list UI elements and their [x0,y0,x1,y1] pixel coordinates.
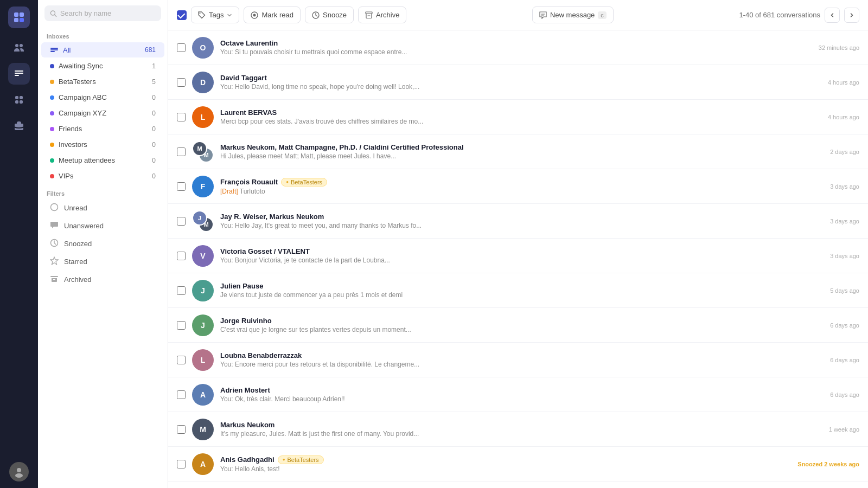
archive-icon [365,11,373,19]
filter-unanswered[interactable]: Unanswered [41,217,164,234]
select-all-checkbox[interactable] [177,10,187,20]
toolbar: Tags Mark read Snooze [168,0,868,30]
filter-archived[interactable]: Archived [41,271,164,288]
conversation-row[interactable]: D David Taggart You: Hello David, long t… [168,65,868,100]
row-checkbox[interactable] [177,425,186,434]
row-checkbox[interactable] [177,390,186,399]
tags-button[interactable]: Tags [191,7,239,23]
nav-table-icon[interactable] [8,89,30,111]
unread-icon [50,203,59,213]
sidebar-item-campaign-abc[interactable]: Campaign ABC 0 [41,90,164,105]
investors-label: Investors [59,140,148,149]
starred-icon [50,256,59,267]
conversation-row[interactable]: J Jorge Ruivinho C'est vrai que je lorgn… [168,308,868,343]
tags-icon [198,11,206,19]
sidebar-item-campaign-xyz[interactable]: Campaign XYZ 0 [41,106,164,120]
svg-line-7 [55,15,56,16]
pagination-text: 1-40 of 681 conversations [739,11,820,19]
conversation-row[interactable]: A Anis Gadhgadhi BetaTesters You: Hello … [168,447,868,481]
row-checkbox[interactable] [177,356,186,364]
conversation-body: David Taggart You: Hello David, long tim… [220,74,821,91]
contact-avatar: L [192,349,214,371]
conversation-row[interactable]: M M Markus Neukom, Matt Champagne, Ph.D.… [168,134,868,169]
nav-contacts-icon[interactable] [8,37,30,59]
contact-avatar: O [192,37,214,59]
conversation-row[interactable]: M Markus Neukom It's my pleasure, Jules.… [168,412,868,447]
vips-dot [50,174,54,178]
conversation-row[interactable]: J Julien Pause Je viens tout juste de co… [168,273,868,308]
sidebar-item-beta-testers[interactable]: BetaTesters 5 [41,74,164,89]
message-time: 3 days ago [830,253,859,259]
archive-button[interactable]: Archive [358,7,406,23]
conversation-body: François Rouault BetaTesters [Draft] Tur… [220,178,824,195]
app-logo[interactable] [8,7,30,28]
sidebar-item-friends[interactable]: Friends 0 [41,121,164,136]
unread-label: Unread [64,204,87,212]
conversation-row[interactable]: A Adrien Mostert You: Ok, très clair. Me… [168,377,868,412]
message-preview: [Draft] Turlutoto [220,188,824,195]
contact-avatar: J M [192,210,214,232]
beta-testers-tag: BetaTesters [281,178,327,187]
row-checkbox[interactable] [177,252,186,260]
sidebar-item-vips[interactable]: VIPs 0 [41,169,164,183]
filter-snoozed[interactable]: Snoozed [41,235,164,252]
campaign-abc-label: Campaign ABC [59,93,148,101]
new-message-button[interactable]: New message c [532,7,614,23]
conversation-row[interactable]: L Loubna Benabderrazzak You: Encore merc… [168,343,868,377]
mark-read-button[interactable]: Mark read [244,7,301,23]
search-input[interactable] [60,9,156,17]
conversation-body: Loubna Benabderrazzak You: Encore merci … [220,351,824,368]
message-time: 3 days ago [830,183,859,190]
mark-read-icon [251,11,258,19]
mark-read-label: Mark read [261,11,293,19]
awaiting-sync-dot [50,64,54,68]
conversation-row[interactable]: F François Rouault BetaTesters [Draft] T… [168,169,868,204]
message-time: 2 days ago [830,149,859,155]
user-avatar[interactable] [9,462,29,481]
svg-point-8 [51,204,58,211]
conversation-row[interactable]: O Octave Laurentin You: Si tu pouvais ch… [168,30,868,65]
row-checkbox[interactable] [177,217,186,226]
sidebar-item-meetup-attendees[interactable]: Meetup attendees 0 [41,153,164,168]
sidebar-item-investors[interactable]: Investors 0 [41,137,164,152]
starred-label: Starred [64,258,87,266]
prev-page-button[interactable] [825,8,840,23]
conversation-row[interactable]: J M Jay R. Weiser, Markus Neukom You: He… [168,204,868,239]
contact-avatar: L [192,106,214,128]
filter-unread[interactable]: Unread [41,200,164,216]
vips-count: 0 [152,172,156,180]
row-checkbox[interactable] [177,460,186,468]
contact-name: Laurent BERVAS [220,108,821,117]
nav-inbox-icon[interactable] [8,63,30,85]
row-checkbox[interactable] [177,43,186,52]
search-box[interactable] [44,5,161,21]
snooze-button[interactable]: Snooze [305,7,354,23]
contact-avatar: M M [192,141,214,163]
row-checkbox[interactable] [177,182,186,191]
sidebar: Inboxes All 681 Awaiting Sync 1 BetaTest… [38,0,168,488]
message-preview: Hi Jules, please meet Matt; Matt, please… [220,152,824,160]
investors-count: 0 [152,141,156,149]
svg-rect-0 [14,12,18,17]
nav-jobs-icon[interactable] [8,115,30,137]
conversation-row[interactable]: L Laurent BERVAS Merci bcp pour ces stat… [168,100,868,134]
row-checkbox[interactable] [177,113,186,121]
archive-label: Archive [376,11,399,19]
row-checkbox[interactable] [177,286,186,295]
conversation-row[interactable]: S Selja Savliya Dear Jules Marcaigne, I … [168,481,868,488]
snoozed-label: Snoozed [64,240,92,248]
row-checkbox[interactable] [177,147,186,156]
filter-starred[interactable]: Starred [41,253,164,270]
conversation-body: Jay R. Weiser, Markus Neukom You: Hello … [220,213,824,229]
sidebar-item-awaiting-sync[interactable]: Awaiting Sync 1 [41,59,164,73]
sidebar-item-all[interactable]: All 681 [41,42,164,57]
svg-point-4 [17,468,21,472]
conversation-row[interactable]: V Victoria Gosset / VTALENT You: Bonjour… [168,239,868,273]
archived-label: Archived [64,275,92,284]
friends-label: Friends [59,125,148,133]
row-checkbox[interactable] [177,78,186,87]
contact-avatar: V [192,245,214,267]
message-preview: Merci bcp pour ces stats. J'avais trouvé… [220,118,821,125]
next-page-button[interactable] [844,8,859,23]
row-checkbox[interactable] [177,321,186,330]
